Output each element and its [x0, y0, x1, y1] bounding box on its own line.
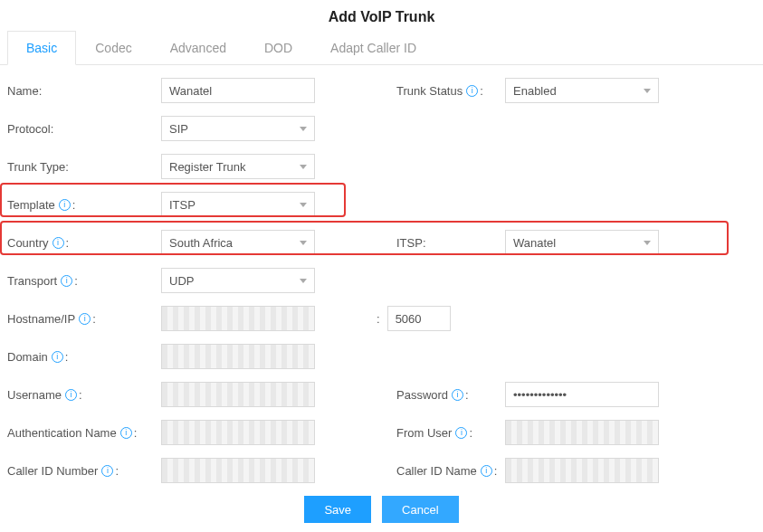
name-input[interactable]: Wanatel	[161, 78, 315, 103]
password-input[interactable]: •••••••••••••	[505, 382, 659, 407]
tab-codec[interactable]: Codec	[76, 31, 150, 65]
country-select[interactable]: South Africa	[161, 230, 315, 255]
info-icon[interactable]: i	[101, 465, 113, 477]
password-label: Password i :	[369, 388, 505, 402]
info-icon[interactable]: i	[61, 275, 72, 287]
save-button[interactable]: Save	[304, 496, 371, 523]
tab-dod[interactable]: DOD	[245, 31, 311, 65]
itsp-value: Wanatel	[513, 236, 556, 250]
info-icon[interactable]: i	[452, 389, 463, 401]
info-icon[interactable]: i	[79, 313, 91, 325]
protocol-value: SIP	[169, 122, 188, 136]
info-icon[interactable]: i	[481, 465, 492, 477]
form-body: Name: Wanatel Trunk Status i : Enabled P…	[0, 65, 763, 523]
add-voip-trunk-form: Add VoIP Trunk Basic Codec Advanced DOD …	[0, 0, 763, 532]
info-icon[interactable]: i	[455, 427, 467, 439]
trunk-type-label: Trunk Type:	[7, 160, 161, 174]
country-label: Country i :	[7, 236, 161, 250]
hostname-input[interactable]	[161, 306, 315, 331]
trunk-status-select[interactable]: Enabled	[505, 78, 659, 103]
country-value: South Africa	[169, 236, 233, 250]
protocol-label: Protocol:	[7, 122, 161, 136]
trunk-status-label: Trunk Status i :	[369, 84, 505, 98]
caller-id-number-label: Caller ID Number i :	[7, 464, 161, 478]
info-icon[interactable]: i	[52, 351, 63, 363]
auth-name-input[interactable]	[161, 420, 315, 445]
transport-value: UDP	[169, 274, 194, 288]
cancel-button[interactable]: Cancel	[382, 496, 458, 523]
tab-basic[interactable]: Basic	[7, 31, 76, 65]
trunk-type-select[interactable]: Register Trunk	[161, 154, 315, 179]
trunk-type-value: Register Trunk	[169, 160, 246, 174]
template-label: Template i :	[7, 198, 161, 212]
chevron-down-icon	[300, 279, 307, 283]
info-icon[interactable]: i	[466, 85, 478, 97]
footer-buttons: Save Cancel	[7, 496, 756, 523]
domain-input[interactable]	[161, 344, 315, 369]
caller-id-number-input[interactable]	[161, 458, 315, 483]
domain-label: Domain i :	[7, 350, 161, 364]
tab-advanced[interactable]: Advanced	[151, 31, 245, 65]
chevron-down-icon	[300, 165, 307, 169]
transport-label: Transport i :	[7, 274, 161, 288]
transport-select[interactable]: UDP	[161, 268, 315, 293]
caller-id-name-label: Caller ID Name i :	[369, 464, 505, 478]
info-icon[interactable]: i	[52, 237, 64, 249]
info-icon[interactable]: i	[65, 389, 77, 401]
info-icon[interactable]: i	[120, 427, 132, 439]
username-label: Username i :	[7, 388, 161, 402]
from-user-label: From User i :	[369, 426, 505, 440]
port-separator: :	[377, 312, 380, 326]
auth-name-label: Authentication Name i :	[7, 426, 161, 440]
template-select[interactable]: ITSP	[161, 192, 315, 217]
tab-adapt-caller-id[interactable]: Adapt Caller ID	[311, 31, 435, 65]
chevron-down-icon	[644, 89, 651, 93]
port-input[interactable]: 5060	[387, 306, 451, 331]
caller-id-name-input[interactable]	[505, 458, 659, 483]
chevron-down-icon	[300, 241, 307, 245]
hostname-label: Hostname/IP i :	[7, 312, 161, 326]
from-user-input[interactable]	[505, 420, 659, 445]
chevron-down-icon	[300, 127, 307, 131]
username-input[interactable]	[161, 382, 315, 407]
template-value: ITSP	[169, 198, 196, 212]
trunk-status-value: Enabled	[513, 84, 557, 98]
chevron-down-icon	[300, 203, 307, 207]
info-icon[interactable]: i	[59, 199, 71, 211]
itsp-select[interactable]: Wanatel	[505, 230, 659, 255]
itsp-label: ITSP:	[369, 236, 505, 250]
chevron-down-icon	[644, 241, 651, 245]
tab-bar: Basic Codec Advanced DOD Adapt Caller ID	[0, 31, 763, 65]
name-label: Name:	[7, 84, 161, 98]
page-title: Add VoIP Trunk	[0, 0, 763, 31]
protocol-select[interactable]: SIP	[161, 116, 315, 141]
